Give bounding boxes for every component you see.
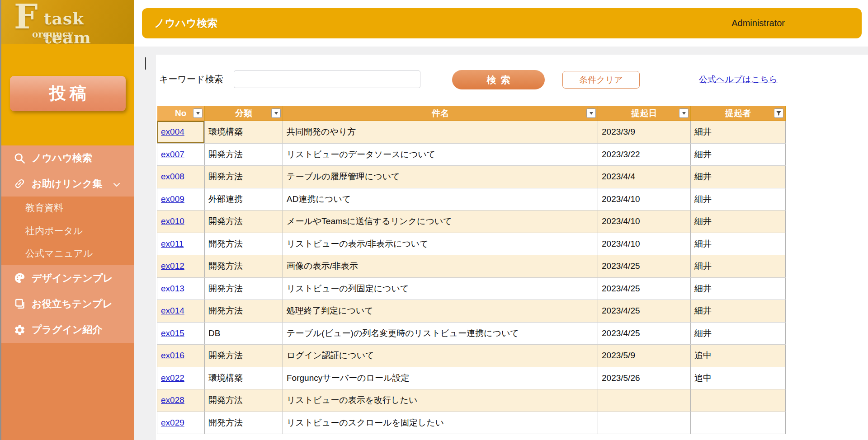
cell-text: Forguncyサーバーのロール設定 [287, 373, 409, 383]
cell-date: 2023/4/10 [598, 188, 691, 211]
sidebar-item-design-template[interactable]: デザインテンプレ [1, 265, 134, 291]
link-icon [11, 175, 28, 192]
sidebar-top-section: 投稿 [1, 44, 134, 145]
chevron-down-icon [112, 180, 121, 189]
knowhow-link[interactable]: ex012 [161, 261, 184, 271]
sidebar-item-plugin-intro[interactable]: プラグイン紹介 [1, 317, 134, 343]
cell-text: リストビューの列固定について [287, 284, 409, 293]
cell-text: リストビューの表示/非表示について [287, 239, 429, 248]
cell-category: DB [205, 322, 283, 345]
cell-no: ex015 [157, 322, 205, 345]
knowhow-link[interactable]: ex015 [161, 328, 184, 338]
cell-no: ex012 [157, 255, 205, 278]
knowhow-link[interactable]: ex009 [161, 194, 184, 204]
cell-text: 2023/5/9 [602, 351, 635, 360]
no-filter-dropdown-button[interactable] [193, 108, 203, 118]
table-row: ex016開発方法ログイン認証について2023/5/9追中 [157, 345, 786, 367]
column-header-category: 分類 [205, 106, 283, 121]
cell-category: 開発方法 [205, 300, 283, 323]
cell-title: ログイン認証について [283, 345, 598, 367]
cell-category: 開発方法 [205, 345, 283, 367]
keyword-search-input[interactable] [234, 70, 420, 88]
cell-text: 環境構築 [208, 373, 243, 383]
sidebar-item-label: お助けリンク集 [32, 177, 103, 191]
knowhow-link[interactable]: ex014 [161, 306, 184, 315]
cell-proposer [691, 412, 786, 434]
sidebar-subitem-label: 公式マニュアル [25, 247, 93, 260]
cell-title: リストビューの表示を改行したい [283, 389, 598, 412]
cell-no: ex010 [157, 211, 205, 233]
cell-text: 開発方法 [208, 172, 243, 181]
cell-no: ex008 [157, 166, 205, 188]
cell-proposer: 細井 [691, 255, 786, 278]
cell-text: 開発方法 [208, 261, 243, 271]
cell-no: ex004 [157, 121, 205, 144]
knowhow-link[interactable]: ex010 [161, 216, 184, 226]
cell-title: リストビューの表示/非表示について [283, 233, 598, 255]
clear-conditions-button[interactable]: 条件クリア [562, 71, 640, 89]
dropdown-arrow-icon [196, 112, 200, 115]
knowhow-link[interactable]: ex022 [161, 373, 184, 383]
cell-text: DB [208, 328, 220, 338]
knowhow-link[interactable]: ex028 [161, 395, 184, 405]
cell-proposer: 追中 [691, 367, 786, 389]
cell-no: ex016 [157, 345, 205, 367]
knowhow-link[interactable]: ex011 [161, 239, 184, 248]
cell-date: 2023/4/25 [598, 277, 691, 300]
app-logo: F task team orguncy [1, 0, 134, 44]
cell-proposer: 細井 [691, 233, 786, 255]
knowhow-link[interactable]: ex007 [161, 150, 184, 159]
knowhow-table-body: ex004環境構築共同開発のやり方2023/3/9細井ex007開発方法リストビ… [157, 121, 786, 434]
cell-no: ex029 [157, 412, 205, 434]
table-row: ex013開発方法リストビューの列固定について2023/4/25細井 [157, 277, 786, 300]
cell-text: 細井 [694, 239, 712, 248]
knowhow-link[interactable]: ex016 [161, 351, 184, 360]
column-header-date: 提起日 [598, 106, 691, 121]
sidebar-item-label: ノウハウ検索 [32, 151, 92, 165]
knowhow-link[interactable]: ex004 [161, 127, 184, 136]
cell-proposer [691, 389, 786, 412]
cell-proposer: 追中 [691, 345, 786, 367]
sidebar-subitem-portal[interactable]: 社内ポータル [1, 220, 134, 243]
cell-text: 追中 [694, 351, 712, 360]
cell-text: リストビューのデータソースについて [287, 150, 435, 159]
cell-text: 追中 [694, 373, 712, 383]
filter-funnel-icon [776, 110, 782, 116]
sidebar-item-useful-template[interactable]: お役立ちテンプレ [1, 291, 134, 317]
cell-category: 開発方法 [205, 412, 283, 434]
sidebar-subitem-manual[interactable]: 公式マニュアル [1, 242, 134, 265]
sidebar-item-knowhow-search[interactable]: ノウハウ検索 [1, 145, 134, 171]
cell-text: 2023/5/26 [602, 373, 640, 383]
knowhow-link[interactable]: ex029 [161, 418, 184, 427]
page-header-bar: ノウハウ検索 Administrator [142, 8, 862, 38]
cell-date: 2023/4/10 [598, 211, 691, 233]
cell-date: 2023/4/25 [598, 322, 691, 345]
category-filter-dropdown-button[interactable] [271, 108, 281, 118]
cell-text: 2023/4/10 [602, 239, 640, 248]
official-help-link[interactable]: 公式ヘルプはこちら [699, 74, 778, 85]
post-button[interactable]: 投稿 [10, 76, 126, 111]
cell-text: 細井 [694, 328, 712, 338]
cell-proposer: 細井 [691, 188, 786, 211]
cell-text: 細井 [694, 150, 712, 159]
cell-text: 処理終了判定について [287, 306, 373, 315]
cell-category: 開発方法 [205, 211, 283, 233]
cell-text: ログイン認証について [287, 351, 374, 360]
sidebar-submenu: 教育資料 社内ポータル 公式マニュアル [1, 197, 134, 265]
knowhow-link[interactable]: ex013 [161, 284, 184, 293]
cell-no: ex028 [157, 389, 205, 412]
sidebar-item-help-links[interactable]: お助けリンク集 [1, 171, 134, 197]
title-filter-dropdown-button[interactable] [586, 108, 596, 118]
sidebar-subitem-education[interactable]: 教育資料 [1, 197, 134, 220]
search-button[interactable]: 検索 [452, 70, 545, 89]
proposer-filter-dropdown-button[interactable] [774, 108, 783, 118]
date-filter-dropdown-button[interactable] [679, 108, 689, 118]
logged-in-user: Administrator [731, 8, 785, 38]
knowhow-link[interactable]: ex008 [161, 172, 184, 181]
table-row: ex014開発方法処理終了判定について2023/4/25細井 [157, 300, 786, 323]
cell-text: 開発方法 [208, 418, 243, 427]
cell-text: 開発方法 [208, 306, 243, 315]
text-cursor [145, 57, 146, 70]
table-header-row: No 分類 件名 提起日 提起者 [157, 106, 786, 121]
cell-text: 共同開発のやり方 [287, 127, 356, 136]
